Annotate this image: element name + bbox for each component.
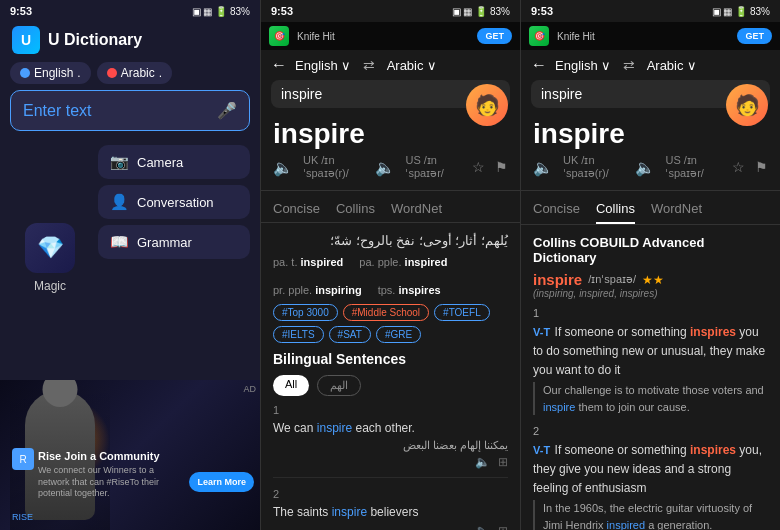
grammar-label: Grammar xyxy=(137,235,192,250)
tab-collins-p3[interactable]: Collins xyxy=(596,195,635,224)
sentence-expand-icon[interactable]: ⊞ xyxy=(498,455,508,469)
ad-bar-panel2: 🎯 Knife Hit GET xyxy=(261,22,520,50)
person-head xyxy=(43,380,78,407)
filter-ar-button[interactable]: الهم xyxy=(317,375,361,396)
collins-phonetic: /ɪnˈspaɪə/ xyxy=(588,273,636,286)
favorite-icon-p3[interactable]: ☆ xyxy=(732,159,745,175)
lang-to-button[interactable]: Arabic . xyxy=(97,62,172,84)
panel-dictionary-concise: 9:53 ▣ ▦ 🔋 83% 🎯 Knife Hit GET ← English… xyxy=(260,0,520,530)
def-type-2: V-T xyxy=(533,444,550,456)
phonetic-us-p3: US /ɪnˈspaɪər/ xyxy=(665,154,722,180)
sentence-expand-icon-2[interactable]: ⊞ xyxy=(498,524,508,530)
ad-game-name-p3: Knife Hit xyxy=(557,31,729,42)
lang-from-text: English xyxy=(295,58,338,73)
filter-all-button[interactable]: All xyxy=(273,375,309,396)
ad-get-button-p3[interactable]: GET xyxy=(737,28,772,44)
nav-bar-panel2: ← English ∨ ⇄ Arabic ∨ xyxy=(261,50,520,80)
sentence-2: 2 The saints inspire believers 🔈 ⊞ xyxy=(273,488,508,530)
magic-feature[interactable]: 💎 Magic xyxy=(10,145,90,370)
report-icon[interactable]: ⚑ xyxy=(495,159,508,175)
search-box[interactable]: Enter text 🎤 xyxy=(10,90,250,131)
tab-concise-p2[interactable]: Concise xyxy=(273,195,320,222)
tab-wordnet-p3[interactable]: WordNet xyxy=(651,195,702,224)
conversation-label: Conversation xyxy=(137,195,214,210)
word-forms: pa. t. inspired pa. pple. inspired pr. p… xyxy=(273,256,508,296)
speaker-us-icon[interactable]: 🔈 xyxy=(375,158,395,177)
tab-collins-p2[interactable]: Collins xyxy=(336,195,375,222)
speaker-us-icon-p3[interactable]: 🔈 xyxy=(635,158,655,177)
ad-brand-logo: R xyxy=(12,448,34,470)
word-avatar: 🧑 xyxy=(466,84,508,126)
status-bar-panel2: 9:53 ▣ ▦ 🔋 83% xyxy=(261,0,520,22)
speaker-icon[interactable]: 🔈 xyxy=(273,158,293,177)
lang-swap-icon[interactable]: ⇄ xyxy=(363,57,375,73)
lang-from-button[interactable]: English . xyxy=(10,62,91,84)
ad-game-icon-p3: 🎯 xyxy=(529,26,549,46)
ad-cta-button[interactable]: Learn More xyxy=(189,472,254,492)
magic-label: Magic xyxy=(34,279,66,293)
divider-p3 xyxy=(521,190,780,191)
speaker-icon-p3[interactable]: 🔈 xyxy=(533,158,553,177)
collins-word-entry: inspire /ɪnˈspaɪə/ ★★ (inspiring, inspir… xyxy=(533,271,768,299)
status-time-p2: 9:53 xyxy=(271,5,293,17)
collins-dictionary-header: Collins COBUILD Advanced Dictionary xyxy=(533,235,768,265)
status-icons-p3: ▣ ▦ 🔋 83% xyxy=(712,6,770,17)
lang-to-selector-p3[interactable]: Arabic ∨ xyxy=(647,58,697,73)
lang-from-dot xyxy=(20,68,30,78)
lang-to-text-p3: Arabic xyxy=(647,58,684,73)
def-text-1: V-T If someone or something inspires you… xyxy=(533,322,768,379)
report-icon-p3[interactable]: ⚑ xyxy=(755,159,768,175)
form-past: pa. t. inspired xyxy=(273,256,343,268)
tag-top3000[interactable]: #Top 3000 xyxy=(273,304,338,321)
camera-button[interactable]: 📷 Camera xyxy=(98,145,250,179)
grammar-icon: 📖 xyxy=(110,233,129,251)
sentence-icons-2: 🔈 ⊞ xyxy=(273,524,508,530)
sentence-filter: All الهم xyxy=(273,375,508,396)
rise-badge: RISE xyxy=(12,512,33,522)
tag-ielts[interactable]: #IELTS xyxy=(273,326,324,343)
lang-swap-icon-p3[interactable]: ⇄ xyxy=(623,57,635,73)
tag-middle-school[interactable]: #Middle School xyxy=(343,304,429,321)
tag-sat[interactable]: #SAT xyxy=(329,326,371,343)
sentence-speaker-icon-2[interactable]: 🔈 xyxy=(475,524,490,530)
lang-from-dot-separator: . xyxy=(77,66,80,80)
definition-tabs-p3: Concise Collins WordNet xyxy=(521,195,780,225)
grammar-button[interactable]: 📖 Grammar xyxy=(98,225,250,259)
lang-to-selector[interactable]: Arabic ∨ xyxy=(387,58,437,73)
lang-from-selector[interactable]: English ∨ xyxy=(295,58,351,73)
tab-wordnet-p2[interactable]: WordNet xyxy=(391,195,442,222)
def-example-1: Our challenge is to motivate those voter… xyxy=(533,382,768,415)
nav-bar-panel3: ← English ∨ ⇄ Arabic ∨ xyxy=(521,50,780,80)
ad-game-name: Knife Hit xyxy=(297,31,469,42)
word-avatar-p3: 🧑 xyxy=(726,84,768,126)
lang-from-selector-p3[interactable]: English ∨ xyxy=(555,58,611,73)
mic-icon[interactable]: 🎤 xyxy=(217,101,237,120)
back-button-p3[interactable]: ← xyxy=(531,56,547,74)
word-actions-row-p3: 🔈 UK /ɪnˈspaɪə(r)/ 🔈 US /ɪnˈspaɪər/ ☆ ⚑ xyxy=(521,154,780,186)
app-logo: U xyxy=(12,26,40,54)
sentence-speaker-icon[interactable]: 🔈 xyxy=(475,455,490,469)
tab-concise-p3[interactable]: Concise xyxy=(533,195,580,224)
back-button[interactable]: ← xyxy=(271,56,287,74)
sentence-num-2: 2 xyxy=(273,488,508,500)
form-third-person: tps. inspires xyxy=(378,284,441,296)
tag-gre[interactable]: #GRE xyxy=(376,326,421,343)
status-bar-panel3: 9:53 ▣ ▦ 🔋 83% xyxy=(521,0,780,22)
ad-get-button[interactable]: GET xyxy=(477,28,512,44)
sentence-icons-1: 🔈 ⊞ xyxy=(273,455,508,469)
lang-to-chevron: ∨ xyxy=(427,58,437,73)
def-type-1: V-T xyxy=(533,326,550,338)
favorite-icon[interactable]: ☆ xyxy=(472,159,485,175)
form-present-participle: pr. pple. inspiring xyxy=(273,284,362,296)
status-icons-p1: ▣ ▦ 🔋 83% xyxy=(192,6,250,17)
ad-title: Rise Join a Community xyxy=(38,449,180,463)
word-tags: #Top 3000 #Middle School #TOEFL #IELTS #… xyxy=(273,304,508,343)
search-placeholder: Enter text xyxy=(23,102,91,120)
lang-to-label: Arabic xyxy=(121,66,155,80)
conversation-icon: 👤 xyxy=(110,193,129,211)
lang-from-text-p3: English xyxy=(555,58,598,73)
tag-toefl[interactable]: #TOEFL xyxy=(434,304,490,321)
search-input-p2[interactable]: inspire xyxy=(281,86,480,102)
conversation-button[interactable]: 👤 Conversation xyxy=(98,185,250,219)
search-input-p3[interactable]: inspire xyxy=(541,86,740,102)
